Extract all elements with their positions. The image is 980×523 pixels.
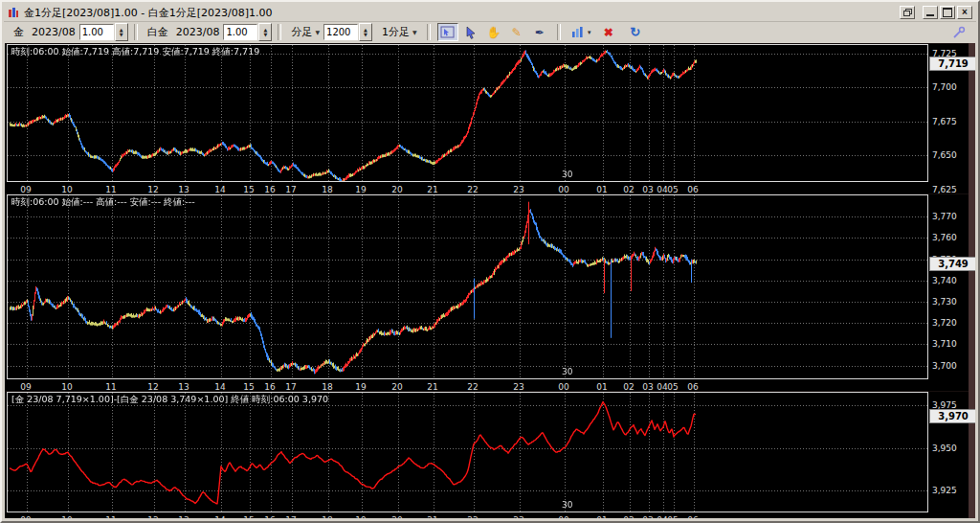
title-bar[interactable]: 金1分足[2023/08]1.00 - 白金1分足[2023/08]1.00 ×	[4, 4, 976, 22]
dropdown-arrow-icon: ▼	[412, 29, 417, 35]
gold-chart-info: 時刻:06:00 始値:7,719 高値:7,719 安値:7,719 終値:7…	[11, 46, 259, 58]
spinner-down-icon: ▼	[120, 33, 123, 37]
chart-client-area: 時刻:06:00 始値:7,719 高値:7,719 安値:7,719 終値:7…	[5, 43, 975, 518]
refresh-icon: ↻	[630, 26, 640, 38]
cascade-windows-button[interactable]	[900, 6, 915, 19]
chart-cursor-icon	[440, 26, 456, 39]
draw-tool[interactable]: ✎	[506, 23, 527, 41]
dropdown-arrow-icon: ▼	[315, 29, 320, 35]
spinner-down-icon: ▼	[263, 33, 267, 37]
minimize-button[interactable]	[923, 6, 938, 19]
gold-label: 金	[13, 25, 24, 39]
gold-month-label: 2023/08	[32, 26, 76, 38]
refresh-button[interactable]: ↻	[625, 23, 646, 41]
close-icon: ×	[962, 8, 968, 17]
platinum-chart-info: 時刻:06:00 始値:--- 高値:--- 安値:--- 終値:---	[11, 196, 195, 209]
close-button[interactable]: ×	[957, 6, 972, 19]
fountain-pen-icon: ✒	[535, 27, 545, 38]
gold-chart-plot[interactable]	[7, 44, 928, 182]
platinum-multiplier-input[interactable]	[223, 24, 257, 40]
chart-window: 金1分足[2023/08]1.00 - 白金1分足[2023/08]1.00 ×…	[0, 0, 980, 523]
spread-chart-info: [金 23/08 7,719×1.00]-[白金 23/08 3,749×1.0…	[11, 394, 328, 406]
spread-chart-plot[interactable]	[7, 392, 928, 512]
spread-chart-panel: [金 23/08 7,719×1.00]-[白金 23/08 3,749×1.0…	[5, 392, 975, 518]
bar-count-spinner[interactable]: ▲ ▼	[359, 23, 372, 41]
client-right-strip	[969, 43, 975, 518]
platinum-chart-panel: 時刻:06:00 始値:--- 高値:--- 安値:--- 終値:--- 091…	[5, 194, 975, 391]
delete-x-icon: ✖	[604, 27, 613, 38]
hand-icon: ✋	[486, 27, 501, 38]
dropdown-arrow-icon: ▼	[587, 30, 592, 35]
window-chart-icon	[8, 7, 19, 18]
select-tool[interactable]	[460, 23, 481, 41]
toolbar-separator	[134, 24, 138, 40]
maximize-icon	[943, 8, 952, 17]
pan-tool[interactable]: ✋	[483, 23, 504, 41]
pencil-icon: ✎	[512, 27, 522, 38]
spread-chart-x-axis: 0910111213141516171819202122230001020304…	[5, 515, 975, 518]
toolbar-separator	[557, 24, 561, 40]
indicator-dropdown[interactable]: ▼	[568, 23, 596, 41]
platinum-month-label: 2023/08	[176, 26, 220, 38]
interval-dropdown[interactable]: 1分足 ▼	[378, 23, 421, 41]
gold-current-price: 7,719	[929, 57, 975, 71]
gold-chart-panel: 時刻:06:00 始値:7,719 高値:7,719 安値:7,719 終値:7…	[5, 44, 975, 193]
toolbar-separator	[278, 24, 281, 40]
spinner-down-icon: ▼	[364, 33, 368, 37]
gold-multiplier-input[interactable]	[79, 24, 114, 40]
platinum-multiplier-spinner[interactable]: ▲ ▼	[258, 23, 272, 41]
settings-button[interactable]	[948, 23, 969, 41]
spread-current-price: 3,970	[929, 409, 975, 423]
platinum-label: 白金	[147, 25, 168, 39]
gold-multiplier-spinner[interactable]: ▲ ▼	[115, 23, 128, 41]
platinum-current-price: 3,749	[929, 257, 975, 271]
delete-tool[interactable]: ✖	[598, 23, 619, 41]
toolbar-separator	[427, 24, 431, 40]
bar-chart-icon	[571, 26, 584, 38]
cascade-icon	[903, 9, 912, 16]
bar-type-dropdown[interactable]: 分足 ▼	[287, 23, 323, 41]
bar-count-input[interactable]	[323, 24, 358, 40]
cursor-arrow-icon	[464, 26, 478, 39]
platinum-chart-plot[interactable]	[7, 194, 928, 379]
pen-tool[interactable]: ✒	[529, 23, 550, 41]
toolbar: 金 2023/08 ▲ ▼ 白金 2023/08 ▲ ▼ 分足 ▼ ▲ ▼ 1分…	[4, 22, 976, 42]
minimize-icon	[926, 14, 934, 16]
chart-cursor-tool[interactable]	[437, 23, 458, 41]
window-title: 金1分足[2023/08]1.00 - 白金1分足[2023/08]1.00	[24, 6, 273, 20]
wrench-icon	[952, 26, 966, 39]
maximize-button[interactable]	[940, 6, 955, 19]
